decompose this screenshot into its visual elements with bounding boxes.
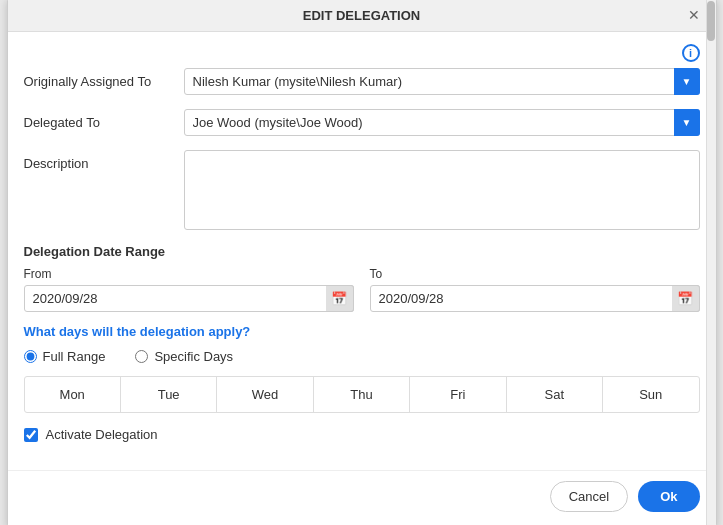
date-range-row: From 📅 To 📅 [24,267,700,312]
description-row: Description [24,150,700,230]
scrollbar-thumb[interactable] [707,1,715,41]
day-thu[interactable]: Thu [314,377,410,412]
days-question: What days will the delegation apply? [24,324,700,339]
description-textarea[interactable] [184,150,700,230]
dialog-title: EDIT DELEGATION [40,8,684,23]
activate-label: Activate Delegation [46,427,158,442]
to-date-label: To [370,267,700,281]
from-date-input[interactable] [24,285,354,312]
delegated-to-wrap: Joe Wood (mysite\Joe Wood) ▼ [184,109,700,136]
days-section: What days will the delegation apply? Ful… [24,324,700,413]
close-button[interactable]: ✕ [684,7,704,23]
delegated-to-select[interactable]: Joe Wood (mysite\Joe Wood) [184,109,700,136]
description-label: Description [24,150,184,171]
day-sat[interactable]: Sat [507,377,603,412]
date-range-section: Delegation Date Range From 📅 To 📅 [24,244,700,312]
day-tue[interactable]: Tue [121,377,217,412]
day-sun[interactable]: Sun [603,377,698,412]
cancel-button[interactable]: Cancel [550,481,628,512]
info-icon-row: i [24,44,700,62]
edit-delegation-dialog: EDIT DELEGATION ✕ i Originally Assigned … [7,0,717,525]
dialog-header: EDIT DELEGATION ✕ [8,0,716,32]
activate-row: Activate Delegation [24,427,700,442]
from-date-field: From 📅 [24,267,354,312]
originally-assigned-row: Originally Assigned To Nilesh Kumar (mys… [24,68,700,95]
full-range-label: Full Range [43,349,106,364]
delegated-to-row: Delegated To Joe Wood (mysite\Joe Wood) … [24,109,700,136]
ok-button[interactable]: Ok [638,481,699,512]
activate-checkbox[interactable] [24,428,38,442]
to-calendar-icon[interactable]: 📅 [672,285,700,312]
to-date-input[interactable] [370,285,700,312]
dialog-footer: Cancel Ok [8,470,716,525]
from-date-label: From [24,267,354,281]
date-range-title: Delegation Date Range [24,244,700,259]
specific-days-option[interactable]: Specific Days [135,349,233,364]
full-range-option[interactable]: Full Range [24,349,106,364]
full-range-radio[interactable] [24,350,37,363]
originally-assigned-label: Originally Assigned To [24,74,184,89]
info-icon[interactable]: i [682,44,700,62]
to-date-field: To 📅 [370,267,700,312]
from-date-wrap: 📅 [24,285,354,312]
day-mon[interactable]: Mon [25,377,121,412]
dialog-body: i Originally Assigned To Nilesh Kumar (m… [8,32,716,470]
days-grid: Mon Tue Wed Thu Fri Sat Sun [24,376,700,413]
to-date-wrap: 📅 [370,285,700,312]
delegated-to-label: Delegated To [24,115,184,130]
day-fri[interactable]: Fri [410,377,506,412]
from-calendar-icon[interactable]: 📅 [326,285,354,312]
scrollbar-track[interactable] [706,0,716,525]
day-wed[interactable]: Wed [217,377,313,412]
radio-row: Full Range Specific Days [24,349,700,364]
originally-assigned-select[interactable]: Nilesh Kumar (mysite\Nilesh Kumar) [184,68,700,95]
specific-days-label: Specific Days [154,349,233,364]
originally-assigned-wrap: Nilesh Kumar (mysite\Nilesh Kumar) ▼ [184,68,700,95]
specific-days-radio[interactable] [135,350,148,363]
